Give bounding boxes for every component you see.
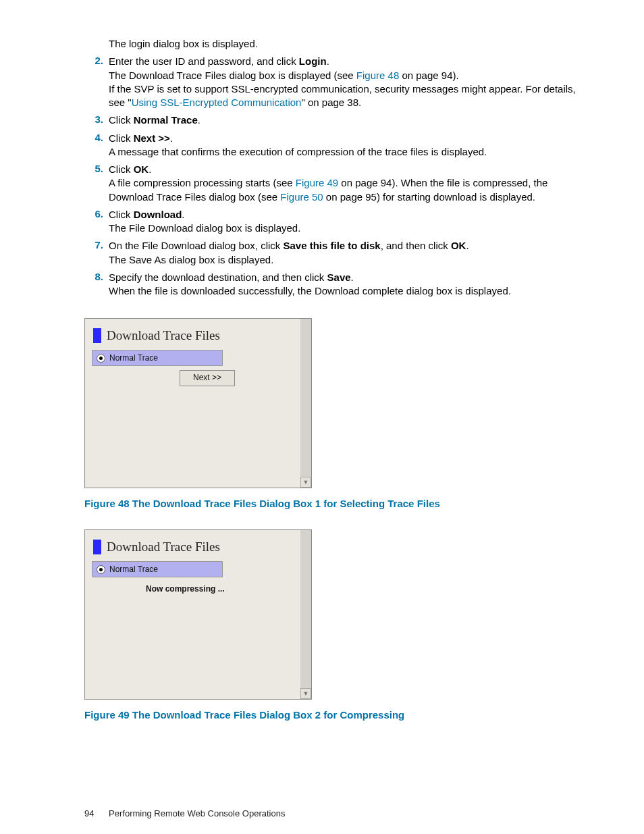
radio-selected-icon [97, 354, 105, 363]
text: On the File Download dialog box, click [109, 240, 283, 251]
bold-text: Save [327, 271, 351, 283]
step-body: On the File Download dialog box, click S… [109, 239, 590, 267]
cross-ref-link[interactable]: Figure 49 [296, 177, 338, 188]
text: . [351, 271, 354, 283]
cross-ref-link[interactable]: Figure 50 [280, 191, 323, 203]
bold-text: OK [451, 240, 466, 251]
intro-text: The login dialog box is displayed. [109, 37, 590, 51]
dialog-1-title: Download Trace Files [107, 328, 220, 343]
text: Enter the user ID and password, and clic… [109, 55, 299, 67]
dialog-1: ▲ Download Trace Files Normal Trace Next… [84, 318, 312, 488]
dialog-1-titlebar: Download Trace Files [92, 325, 294, 350]
step-item: 2.Enter the user ID and password, and cl… [84, 55, 590, 109]
bold-text: Normal Trace [134, 114, 198, 126]
step-item: 3.Click Normal Trace. [84, 113, 590, 127]
step-body: Enter the user ID and password, and clic… [109, 55, 590, 109]
step-number: 6. [84, 208, 109, 219]
step-item: 4.Click Next >>.A message that confirms … [84, 132, 590, 159]
steps-list: 2.Enter the user ID and password, and cl… [84, 55, 590, 298]
normal-trace-label-2: Normal Trace [109, 565, 158, 574]
radio-selected-icon [97, 565, 105, 574]
text: Specify the download destination, and th… [109, 271, 327, 283]
text: on page 95) for starting download is dis… [323, 191, 535, 203]
step-number: 4. [84, 132, 109, 143]
step-item: 7.On the File Download dialog box, click… [84, 239, 590, 267]
text: , and then click [381, 240, 451, 251]
normal-trace-label: Normal Trace [109, 353, 158, 363]
title-marker-icon [93, 328, 101, 343]
text: . [149, 163, 151, 175]
step-number: 5. [84, 163, 109, 174]
normal-trace-option-2[interactable]: Normal Trace [92, 561, 223, 577]
figure-49-caption: Figure 49 The Download Trace Files Dialo… [84, 709, 590, 721]
page-footer: 94 Performing Remote Web Console Operati… [84, 808, 590, 818]
bold-text: Save this file to disk [283, 240, 380, 251]
text: The File Download dialog box is displaye… [109, 222, 300, 234]
step-number: 7. [84, 239, 109, 251]
text: on page 94). [399, 70, 458, 81]
figure-48-caption: Figure 48 The Download Trace Files Dialo… [84, 498, 590, 509]
title-marker-icon [93, 540, 101, 554]
bold-text: Download [134, 209, 182, 220]
step-body: Click OK.A file compression processing s… [109, 163, 590, 204]
step-body: Click Download.The File Download dialog … [109, 208, 590, 236]
text: . [327, 55, 329, 67]
step-number: 2. [84, 55, 109, 66]
scroll-down-icon[interactable]: ▼ [300, 688, 311, 699]
compressing-status: Now compressing ... [146, 584, 294, 594]
text: The Download Trace Files dialog box is d… [109, 70, 356, 81]
step-number: 8. [84, 271, 109, 282]
text: . [198, 114, 200, 126]
dialog-2-titlebar: Download Trace Files [92, 537, 294, 561]
text: Click [109, 209, 134, 220]
step-body: Specify the download destination, and th… [109, 271, 590, 298]
dialog-2: ▲ Download Trace Files Normal Trace Now … [84, 529, 312, 700]
step-body: Click Next >>.A message that confirms th… [109, 132, 590, 159]
text: Click [109, 132, 134, 144]
bold-text: Login [299, 55, 327, 67]
step-number: 3. [84, 113, 109, 125]
cross-ref-link[interactable]: Figure 48 [356, 70, 399, 81]
step-item: 6.Click Download.The File Download dialo… [84, 208, 590, 236]
scroll-down-icon[interactable]: ▼ [300, 477, 311, 488]
bold-text: OK [134, 163, 149, 175]
text: . [182, 209, 184, 220]
text: When the file is downloaded successfully… [109, 285, 511, 296]
text: The Save As dialog box is displayed. [109, 254, 273, 265]
text: . [466, 240, 468, 251]
text: A file compression processing starts (se… [109, 177, 296, 188]
step-item: 8.Specify the download destination, and … [84, 271, 590, 298]
cross-ref-link[interactable]: Using SSL-Encrypted Communication [132, 97, 302, 108]
text: A message that confirms the execution of… [109, 146, 487, 157]
dialog-2-title: Download Trace Files [107, 540, 220, 554]
next-button[interactable]: Next >> [180, 370, 235, 386]
text: Click [109, 163, 134, 175]
normal-trace-option[interactable]: Normal Trace [92, 350, 223, 366]
bold-text: Next >> [134, 132, 170, 144]
text: Click [109, 114, 134, 126]
page-number: 94 [84, 808, 94, 818]
footer-section: Performing Remote Web Console Operations [109, 808, 285, 818]
step-body: Click Normal Trace. [109, 113, 590, 127]
step-item: 5.Click OK.A file compression processing… [84, 163, 590, 204]
text: " on page 38. [301, 97, 361, 108]
text: . [170, 132, 173, 144]
